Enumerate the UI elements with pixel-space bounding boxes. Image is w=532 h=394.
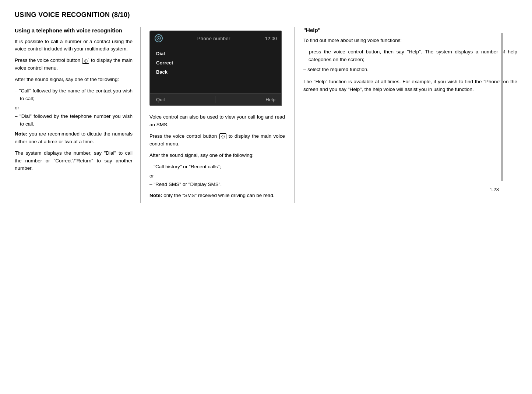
- vc-icon-center: ›)): [219, 133, 226, 139]
- screen-menu-back: Back: [156, 67, 275, 77]
- screen-header: Phone number 12:00: [150, 31, 281, 45]
- center-note: Note: only the "SMS" received while driv…: [149, 192, 285, 200]
- left-para3: After the sound signal, say one of the f…: [15, 76, 133, 84]
- right-bullet1: press the voice control button, then say…: [303, 48, 517, 64]
- left-section-heading: Using a telephone with voice recognition: [15, 27, 133, 34]
- left-bullet1: "Call" followed by the name of the conta…: [15, 87, 133, 103]
- vc-icon-inline: ›)): [82, 58, 89, 64]
- page-number: 1.23: [490, 187, 499, 192]
- center-column: Phone number 12:00 Dial Correct Back Qui…: [140, 27, 295, 203]
- screen-circle-icon: [155, 34, 163, 42]
- left-or1: or: [15, 105, 133, 110]
- left-para4: The system displays the number, say "Dia…: [15, 149, 133, 173]
- center-note-bold: Note:: [149, 193, 162, 198]
- left-bullet2: "Dial" followed by the telephone number …: [15, 113, 133, 128]
- right-bullet2: select the required function.: [303, 66, 517, 74]
- left-note1-text: you are recommended to dictate the numer…: [15, 131, 133, 144]
- screen-footer-divider: [215, 96, 215, 103]
- page-title: USING VOICE RECOGNITION (8/10): [15, 11, 517, 19]
- screen-menu-correct: Correct: [156, 58, 275, 67]
- center-note-text: only the "SMS" received while driving ca…: [162, 193, 275, 198]
- screen-footer-help: Help: [265, 97, 275, 102]
- screen-time: 12:00: [265, 36, 277, 41]
- svg-point-1: [158, 38, 159, 39]
- center-para1: Voice control can also be used to view y…: [149, 113, 285, 129]
- center-or1: or: [149, 173, 285, 179]
- center-bullet1: "Call history" or "Recent calls";: [149, 163, 285, 171]
- screen-footer: Quit Help: [150, 93, 281, 105]
- left-para1: It is possible to call a number or a con…: [15, 38, 133, 53]
- screen-body: Dial Correct Back: [150, 45, 281, 93]
- left-note1-bold: Note:: [15, 131, 28, 137]
- screen-title: Phone number: [197, 36, 230, 41]
- right-para2: The "Help" function is available at all …: [303, 78, 517, 94]
- left-para2-prefix: Press the voice control button: [15, 57, 80, 63]
- right-para1: To find out more about using voice funct…: [303, 37, 517, 45]
- left-column: Using a telephone with voice recognition…: [15, 27, 140, 203]
- right-section-heading: "Help": [303, 27, 517, 33]
- center-para3: After the sound signal, say one of the f…: [149, 152, 285, 159]
- screen-menu-dial: Dial: [156, 49, 275, 58]
- left-para2: Press the voice control button ›)) to di…: [15, 57, 133, 72]
- screen-mockup: Phone number 12:00 Dial Correct Back Qui…: [149, 31, 282, 106]
- screen-footer-quit: Quit: [156, 97, 165, 102]
- mic-icon: [156, 36, 161, 41]
- right-column: "Help" To find out more about using voic…: [295, 27, 517, 203]
- center-bullet2: "Read SMS" or "Display SMS".: [149, 181, 285, 189]
- right-accent-bar: [501, 33, 503, 181]
- center-para2: Press the voice control button ›)) to di…: [149, 133, 285, 148]
- left-note1: Note: you are recommended to dictate the…: [15, 130, 133, 146]
- center-para2-prefix: Press the voice control button: [149, 133, 217, 139]
